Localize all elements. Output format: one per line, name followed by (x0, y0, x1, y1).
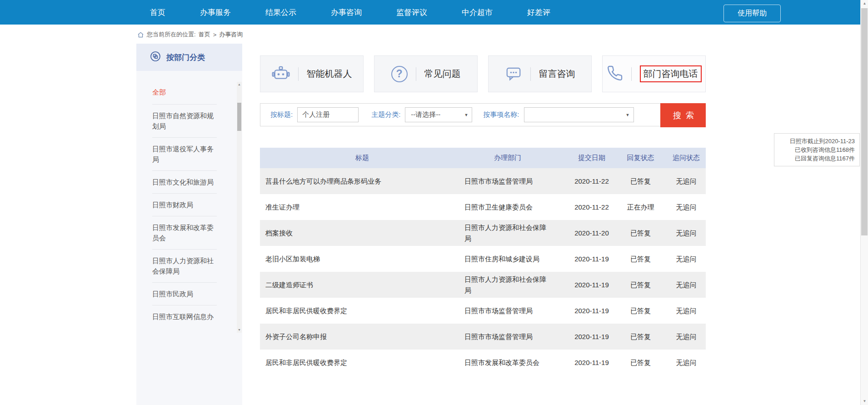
row-title[interactable]: 老旧小区加装电梯 (260, 254, 464, 265)
row-follow-status: 无追问 (667, 176, 706, 187)
table-row[interactable]: 二级建造师证书 日照市人力资源和社会保障局 2020-11-19 已答复 无追问 (260, 272, 706, 298)
page-scrollbar[interactable]: ▲ ▼ (860, 0, 868, 405)
row-reply-status: 已答复 (614, 305, 667, 316)
row-reply-status: 已答复 (614, 254, 667, 265)
row-follow-status: 无追问 (667, 305, 706, 316)
table-row[interactable]: 外资子公司名称申报 日照市市场监督管理局 2020-11-19 已答复 无追问 (260, 324, 706, 350)
row-title[interactable]: 居民和非居民供暖收费界定 (260, 305, 464, 316)
tab-faq[interactable]: ? 常见问题 (374, 55, 478, 92)
nav-item[interactable]: 办事咨询 (331, 7, 362, 18)
nav-item[interactable]: 首页 (150, 7, 165, 18)
sidebar-header: 按部门分类 (136, 44, 242, 71)
table-row[interactable]: 莒县什么地方可以办理商品条形码业务 日照市市场监督管理局 2020-11-22 … (260, 168, 706, 194)
nav-item[interactable]: 办事服务 (200, 7, 231, 18)
sidebar-item-department[interactable]: 日照市人力资源和社会保障局 (152, 250, 217, 283)
nav-item[interactable]: 好差评 (527, 7, 550, 18)
table-row[interactable]: 居民和非居民供暖收费界定 日照市市场监督管理局 2020-11-19 已答复 无… (260, 298, 706, 324)
tab-divider (530, 67, 531, 81)
consultation-table: 标题 办理部门 提交日期 回复状态 追问状态 莒县什么地方可以办理商品条形码业务… (260, 148, 706, 375)
table-row[interactable]: 准生证办理 日照市卫生健康委员会 2020-11-22 正在办理 无追问 (260, 194, 706, 220)
tab-department-phone[interactable]: 部门咨询电话 (602, 55, 706, 92)
search-bar: 按标题: 主题分类: --请选择-- ▼ 按事项名称: ▼ 搜索 (260, 103, 706, 126)
search-button[interactable]: 搜索 (660, 103, 706, 127)
scroll-up-icon[interactable]: ▲ (237, 82, 242, 87)
row-reply-status: 已答复 (614, 357, 667, 368)
robot-icon (272, 64, 290, 84)
page-scrollbar-thumb[interactable] (861, 8, 868, 235)
table-row[interactable]: 档案接收 日照市人力资源和社会保障局 2020-11-20 已答复 无追问 (260, 220, 706, 246)
row-reply-status: 已答复 (614, 228, 667, 239)
column-header-date: 提交日期 (569, 154, 614, 162)
stats-line-date: 日照市截止到2020-11-23 (779, 137, 855, 145)
chevron-down-icon: ▼ (626, 113, 630, 117)
topic-category-label: 主题分类: (371, 110, 400, 119)
column-header-department: 办理部门 (464, 154, 569, 162)
nav-item[interactable]: 结果公示 (265, 7, 296, 18)
column-header-title: 标题 (260, 154, 464, 162)
row-title[interactable]: 二级建造师证书 (260, 280, 464, 290)
row-title[interactable]: 莒县什么地方可以办理商品条形码业务 (260, 176, 464, 187)
sidebar-item-department[interactable]: 日照市文化和旅游局 (152, 171, 217, 194)
scroll-up-icon[interactable]: ▲ (861, 0, 868, 7)
sidebar-item-department[interactable]: 日照市发展和改革委员会 (152, 216, 217, 250)
row-date: 2020-11-19 (569, 254, 614, 265)
row-title[interactable]: 居民和非居民供暖收费界定 (260, 357, 464, 368)
row-department: 日照市市场监督管理局 (464, 331, 569, 342)
nav-item[interactable]: 中介超市 (462, 7, 493, 18)
title-search-input[interactable] (297, 107, 359, 122)
home-icon (137, 31, 144, 38)
sidebar-scrollbar-thumb[interactable] (237, 103, 241, 131)
scroll-down-icon[interactable]: ▼ (861, 398, 868, 405)
row-reply-status: 已答复 (614, 280, 667, 290)
scroll-down-icon[interactable]: ▼ (237, 327, 242, 333)
consult-tabs: 智能机器人 ? 常见问题 留言咨询 (260, 55, 706, 92)
breadcrumb-current[interactable]: 办事咨询 (219, 30, 243, 39)
tab-label: 留言咨询 (539, 68, 575, 80)
row-date: 2020-11-19 (569, 305, 614, 316)
row-department: 日照市住房和城乡建设局 (464, 254, 569, 265)
stats-line-received: 已收到咨询信息1168件 (779, 145, 855, 154)
breadcrumb-separator: > (213, 31, 217, 38)
tab-smart-robot[interactable]: 智能机器人 (260, 55, 364, 92)
department-items: 日照市自然资源和规划局 日照市退役军人事务局 日照市文化和旅游局 日照市财政局 … (152, 105, 242, 328)
tab-label: 智能机器人 (307, 68, 352, 80)
row-follow-status: 无追问 (667, 357, 706, 368)
tab-divider (416, 67, 416, 81)
row-department: 日照市市场监督管理局 (464, 176, 569, 187)
breadcrumb-prefix: 您当前所在的位置: (147, 30, 196, 39)
row-reply-status: 已答复 (614, 176, 667, 187)
row-follow-status: 无追问 (667, 331, 706, 342)
row-date: 2020-11-22 (569, 176, 614, 187)
sidebar-item-department[interactable]: 日照市财政局 (152, 194, 217, 216)
table-row[interactable]: 居民和非居民供暖收费界定 日照市发展和改革委员会 2020-11-19 已答复 … (260, 350, 706, 375)
tab-label-highlighted: 部门咨询电话 (640, 65, 702, 82)
row-reply-status: 已答复 (614, 331, 667, 342)
row-title[interactable]: 准生证办理 (260, 202, 464, 213)
row-title[interactable]: 外资子公司名称申报 (260, 331, 464, 342)
row-title[interactable]: 档案接收 (260, 228, 464, 239)
sidebar-item-department[interactable]: 日照市民政局 (152, 283, 217, 305)
breadcrumb: 您当前所在的位置: 首页 > 办事咨询 (137, 30, 243, 39)
row-date: 2020-11-19 (569, 280, 614, 290)
table-row[interactable]: 老旧小区加装电梯 日照市住房和城乡建设局 2020-11-19 已答复 无追问 (260, 246, 706, 272)
sidebar-item-all[interactable]: 全部 (152, 84, 217, 105)
row-department: 日照市人力资源和社会保障局 (464, 222, 569, 244)
sidebar-item-department[interactable]: 日照市自然资源和规划局 (152, 105, 217, 138)
row-date: 2020-11-19 (569, 331, 614, 342)
tab-message-consult[interactable]: 留言咨询 (488, 55, 592, 92)
sidebar-item-department[interactable]: 日照市互联网信息办 (152, 305, 217, 328)
topic-selected-value: --请选择-- (411, 110, 440, 119)
row-follow-status: 无追问 (667, 280, 706, 290)
stats-box: 日照市截止到2020-11-23 已收到咨询信息1168件 已回复咨询信息116… (774, 133, 860, 166)
sidebar-scrollbar[interactable]: ▲ ▼ (237, 82, 242, 333)
phone-icon (607, 65, 623, 83)
breadcrumb-home[interactable]: 首页 (199, 30, 210, 39)
sidebar-item-department[interactable]: 日照市退役军人事务局 (152, 138, 217, 171)
chevron-down-icon: ▼ (464, 113, 468, 117)
item-name-select[interactable]: ▼ (524, 107, 634, 122)
topic-category-select[interactable]: --请选择-- ▼ (405, 107, 472, 122)
tab-divider (298, 67, 299, 81)
help-button[interactable]: 使用帮助 (723, 5, 781, 22)
item-name-label: 按事项名称: (483, 110, 519, 119)
nav-item[interactable]: 监督评议 (396, 7, 427, 18)
